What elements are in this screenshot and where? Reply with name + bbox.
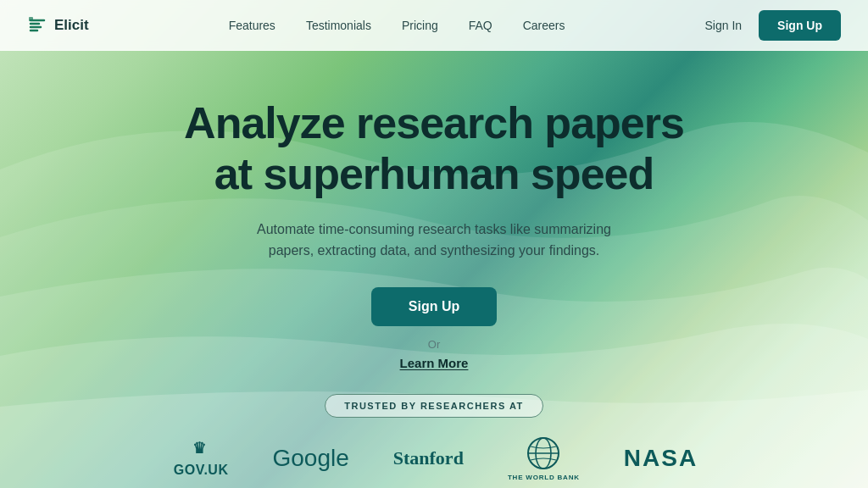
google-label: Google [272, 445, 348, 472]
govuk-label: GOV.UK [174, 463, 229, 478]
page-wrapper: Elicit Features Testimonials Pricing FAQ… [0, 0, 868, 488]
nav-item-testimonials[interactable]: Testimonials [306, 18, 371, 33]
nav-link-careers[interactable]: Careers [523, 19, 565, 32]
signup-hero-button[interactable]: Sign Up [371, 287, 497, 326]
brand-icon [27, 15, 47, 36]
nav-item-pricing[interactable]: Pricing [402, 18, 438, 33]
worldbank-label: THE WORLD BANK [508, 474, 580, 481]
hero-title-line1: Analyze research papers [184, 98, 684, 147]
hero-title-line2: at superhuman speed [214, 149, 654, 198]
logos-row: ♛ GOV.UK Google Stanford THE WORLD BANK … [0, 436, 868, 481]
nav-item-features[interactable]: Features [229, 18, 275, 33]
nav-link-faq[interactable]: FAQ [469, 19, 492, 32]
logo-nasa: NASA [624, 445, 698, 472]
nav-actions: Sign In Sign Up [705, 10, 841, 41]
signup-nav-button[interactable]: Sign Up [759, 10, 841, 41]
nav-item-faq[interactable]: FAQ [469, 18, 492, 33]
globe-icon [526, 436, 560, 470]
hero-section: Analyze research papers at superhuman sp… [0, 51, 868, 418]
stanford-label: Stanford [393, 447, 464, 469]
nav-links: Features Testimonials Pricing FAQ Career… [229, 18, 565, 33]
logo-govuk: ♛ GOV.UK [170, 439, 229, 478]
nav-item-careers[interactable]: Careers [523, 18, 565, 33]
trusted-badge: TRUSTED BY RESEARCHERS AT [325, 394, 542, 418]
nasa-label: NASA [624, 445, 698, 472]
nav-link-pricing[interactable]: Pricing [402, 19, 438, 32]
learn-more-button[interactable]: Learn More [400, 356, 469, 370]
nav-link-features[interactable]: Features [229, 19, 275, 32]
logo-google: Google [272, 445, 348, 472]
nav-link-testimonials[interactable]: Testimonials [306, 19, 371, 32]
hero-title: Analyze research papers at superhuman sp… [184, 98, 684, 200]
or-divider: Or [428, 338, 440, 351]
navbar: Elicit Features Testimonials Pricing FAQ… [0, 0, 868, 51]
crown-icon: ♛ [192, 439, 206, 458]
brand-logo[interactable]: Elicit [27, 15, 89, 36]
hero-subtitle: Automate time-consuming research tasks l… [248, 219, 620, 262]
svg-rect-0 [29, 17, 33, 21]
logo-worldbank: THE WORLD BANK [508, 436, 580, 481]
signin-button[interactable]: Sign In [705, 19, 743, 32]
brand-name: Elicit [54, 17, 89, 34]
logo-stanford: Stanford [393, 447, 464, 469]
